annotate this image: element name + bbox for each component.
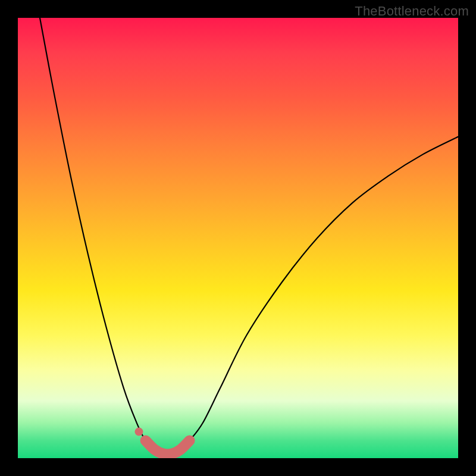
curve-line <box>40 18 458 455</box>
curve-accent-dot <box>135 428 143 436</box>
curve-optimal-highlight <box>146 440 190 454</box>
watermark-text: TheBottleneck.com <box>355 4 469 19</box>
chart-plot-area <box>18 18 458 458</box>
bottleneck-curve <box>18 18 458 458</box>
